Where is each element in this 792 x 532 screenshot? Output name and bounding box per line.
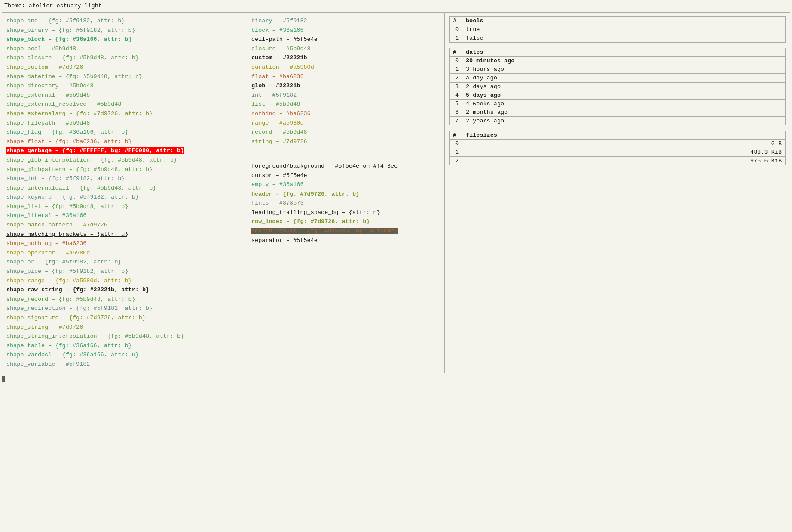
dates-row-3: 3 2 days ago (450, 83, 786, 91)
line-record: record – #5b9d48 (251, 128, 440, 137)
line-shape-float: shape_float – {fg: #ba6236, attr: b} (6, 137, 242, 147)
dates-id-0: 0 (450, 57, 462, 65)
line-shape-external: shape_external – #5b9d48 (6, 91, 242, 100)
dates-id-1: 1 (450, 65, 462, 74)
line-shape-externalarg: shape_externalarg – {fg: #7d9726, attr: … (6, 109, 242, 119)
line-shape-internalcall: shape_internalcall – {fg: #5b9d48, attr:… (6, 183, 242, 193)
line-shape-record: shape_record – {fg: #5b9d48, attr: b} (6, 295, 242, 304)
line-shape-garbage: shape_garbage – {fg: #FFFFFF, bg: #FF000… (6, 146, 242, 156)
line-separator: separator – #5f5e4e (251, 236, 440, 245)
line-cursor: cursor – #5f5e4e (251, 171, 440, 180)
dates-id-3: 3 (450, 83, 462, 91)
dates-row-0: 0 30 minutes ago (450, 57, 786, 65)
filesizes-value-2: 976.6 KiB (462, 157, 786, 165)
line-search-result: search_result – {fg: #ba6236, bg: #5f5e4… (251, 226, 440, 236)
dates-id-4: 4 (450, 91, 462, 100)
search-result-highlight: search_result – {fg: #ba6236, bg: #5f5e4… (251, 228, 398, 234)
line-shape-nothing: shape_nothing – #ba6236 (6, 239, 242, 248)
dates-value-0: 30 minutes ago (462, 57, 786, 65)
cursor-blink (2, 376, 5, 382)
dates-row-4: 4 5 days ago (450, 91, 786, 100)
line-shape-pipe: shape_pipe – {fg: #5f9182, attr: b} (6, 267, 242, 276)
line-shape-range: shape_range – {fg: #a5980d, attr: b} (6, 276, 242, 286)
bools-col-title: bools (462, 17, 786, 25)
line-block: block – #36a166 (251, 26, 440, 35)
dates-value-6: 2 months ago (462, 108, 786, 117)
middle-column: binary – #5f9182 block – #36a166 cell-pa… (247, 13, 445, 373)
dates-table: # dates 0 30 minutes ago 1 3 hours ago 2… (449, 48, 786, 125)
line-closure: closure – #5b9d48 (251, 44, 440, 54)
theme-title: Theme: atelier-estuary-light (0, 0, 792, 12)
dates-col-title: dates (462, 48, 786, 57)
line-shape-string: shape_string – #7d9726 (6, 323, 242, 332)
line-leading-trailing: leading_trailing_space_bg – {attr: n} (251, 208, 440, 217)
filesizes-id-2: 2 (450, 157, 462, 165)
line-duration: duration – #a5980d (251, 63, 440, 72)
line-float: float – #ba6236 (251, 72, 440, 82)
cursor-indicator (0, 375, 792, 383)
line-shape-list: shape_list – {fg: #5b9d48, attr: b} (6, 202, 242, 211)
dates-value-1: 3 hours ago (462, 65, 786, 74)
filesizes-col-hash: # (450, 131, 462, 140)
filesizes-row-2: 2 976.6 KiB (450, 157, 786, 165)
filesizes-value-0: 0 B (462, 140, 786, 148)
main-container: shape_and – {fg: #5f9182, attr: b} shape… (2, 12, 790, 373)
dates-row-2: 2 a day ago (450, 74, 786, 83)
line-shape-bool: shape_bool – #5b9d48 (6, 44, 242, 54)
left-column: shape_and – {fg: #5f9182, attr: b} shape… (2, 13, 247, 373)
line-int: int – #5f9182 (251, 91, 440, 100)
line-list: list – #5b9d48 (251, 100, 440, 109)
dates-col-hash: # (450, 48, 462, 57)
line-shape-int: shape_int – {fg: #5f9182, attr: b} (6, 174, 242, 183)
bools-row-1: 1 false (450, 34, 786, 43)
line-foreground-background: foreground/background – #5f5e4e on #f4f3… (251, 162, 440, 171)
line-shape-literal: shape_literal – #36a166 (6, 211, 242, 220)
line-shape-keyword: shape_keyword – {fg: #5f9182, attr: b} (6, 193, 242, 202)
line-shape-filepath: shape_filepath – #5b9d48 (6, 119, 242, 128)
line-empty: empty – #36a166 (251, 180, 440, 190)
line-shape-and: shape_and – {fg: #5f9182, attr: b} (6, 16, 242, 26)
dates-row-6: 6 2 months ago (450, 108, 786, 117)
line-shape-external-resolved: shape_external_resolved – #5b9d48 (6, 100, 242, 109)
line-shape-binary: shape_binary – {fg: #5f9182, attr: b} (6, 26, 242, 35)
line-shape-block: shape_block – {fg: #36a166, attr: b} (6, 35, 242, 44)
bools-value-0: true (462, 25, 786, 34)
line-shape-raw-string: shape_raw_string – {fg: #22221b, attr: b… (6, 285, 242, 295)
filesizes-row-0: 0 0 B (450, 140, 786, 148)
dates-row-1: 1 3 hours ago (450, 65, 786, 74)
line-string: string – #7d9726 (251, 137, 440, 147)
bools-id-0: 0 (450, 25, 462, 34)
line-shape-closure: shape_closure – {fg: #5b9d48, attr: b} (6, 53, 242, 63)
filesizes-table: # filesizes 0 0 B 1 488.3 KiB 2 976.6 Ki… (449, 131, 786, 165)
filesizes-value-1: 488.3 KiB (462, 148, 786, 157)
dates-id-5: 5 (450, 100, 462, 108)
dates-id-6: 6 (450, 108, 462, 117)
line-glob: glob – #22221b (251, 81, 440, 91)
filesizes-row-1: 1 488.3 KiB (450, 148, 786, 157)
dates-value-2: a day ago (462, 74, 786, 83)
garbage-highlight: shape_garbage – {fg: #FFFFFF, bg: #FF000… (6, 147, 184, 154)
dates-value-3: 2 days ago (462, 83, 786, 91)
line-shape-vardecl: shape_vardecl – {fg: #36a166, attr: u} (6, 350, 242, 360)
line-shape-signature: shape_signature – {fg: #7d9726, attr: b} (6, 313, 242, 323)
line-shape-string-interpolation: shape_string_interpolation – {fg: #5b9d4… (6, 332, 242, 341)
dates-value-4: 5 days ago (462, 91, 786, 100)
bools-table: # bools 0 true 1 false (449, 16, 786, 43)
line-shape-operator: shape_operator – #a5980d (6, 248, 242, 258)
right-column: # bools 0 true 1 false # dates (445, 13, 790, 373)
line-shape-custom: shape_custom – #7d9726 (6, 63, 242, 72)
spacer-middle (251, 152, 440, 162)
line-custom: custom – #22221b (251, 53, 440, 63)
bools-value-1: false (462, 34, 786, 43)
line-range: range – #a5980d (251, 119, 440, 128)
line-hints: hints – #878573 (251, 199, 440, 208)
line-shape-match-pattern: shape_match_pattern – #7d9726 (6, 220, 242, 230)
bools-id-1: 1 (450, 34, 462, 43)
line-shape-datetime: shape_datetime – {fg: #5b9d48, attr: b} (6, 72, 242, 82)
dates-row-5: 5 4 weeks ago (450, 100, 786, 108)
filesizes-col-title: filesizes (462, 131, 786, 140)
line-shape-or: shape_or – {fg: #5f9182, attr: b} (6, 257, 242, 267)
line-shape-redirection: shape_redirection – {fg: #5f9182, attr: … (6, 304, 242, 313)
bools-col-hash: # (450, 17, 462, 25)
line-nothing: nothing – #ba6236 (251, 109, 440, 119)
